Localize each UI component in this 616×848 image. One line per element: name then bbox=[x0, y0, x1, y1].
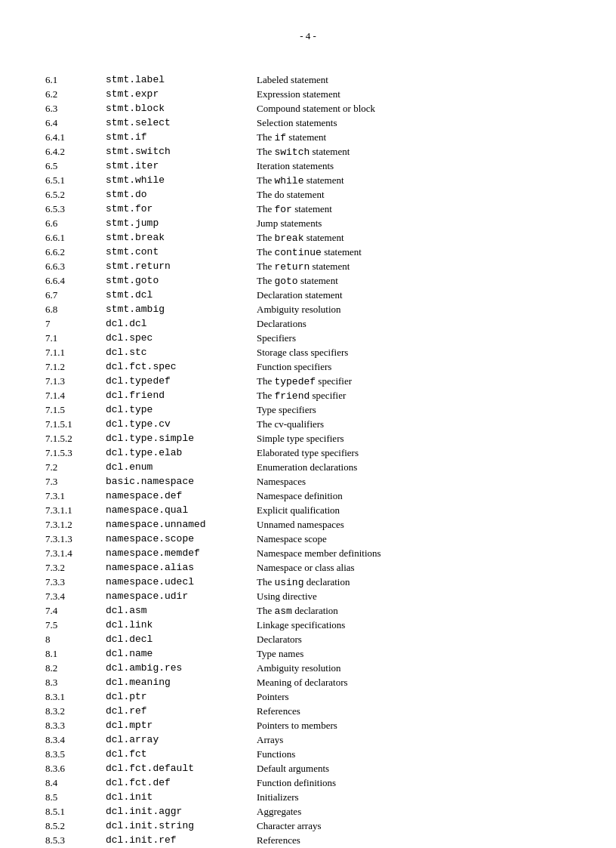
section-number: 7.3.1.1 bbox=[45, 503, 106, 517]
section-title: Pointers bbox=[257, 689, 571, 704]
section-title: Default arguments bbox=[257, 761, 571, 776]
section-ref: dcl.enum bbox=[106, 460, 257, 474]
section-number: 7.3.3 bbox=[45, 575, 106, 589]
section-title: Labeled statement bbox=[257, 72, 571, 87]
section-title: The do statement bbox=[257, 187, 571, 202]
section-number: 7.3 bbox=[45, 474, 106, 489]
table-row: 6.5stmt.iterIteration statements bbox=[45, 159, 571, 173]
section-number: 8.5.3 bbox=[45, 833, 106, 847]
table-row: 8.3.1dcl.ptrPointers bbox=[45, 689, 571, 704]
section-ref: dcl.ptr bbox=[106, 689, 257, 704]
section-ref: dcl.typedef bbox=[106, 374, 257, 388]
section-number: 6.3 bbox=[45, 101, 106, 116]
section-ref: namespace.udir bbox=[106, 589, 257, 603]
section-ref: dcl.init bbox=[106, 790, 257, 804]
inline-code: return bbox=[274, 261, 310, 273]
section-ref: dcl.array bbox=[106, 732, 257, 747]
table-row: 7.3.2namespace.aliasNamespace or class a… bbox=[45, 560, 571, 575]
section-number: 6.4 bbox=[45, 116, 106, 130]
section-number: 8.2 bbox=[45, 661, 106, 675]
section-title: References bbox=[257, 704, 571, 718]
section-ref: dcl.stc bbox=[106, 345, 257, 359]
section-ref: stmt.if bbox=[106, 130, 257, 144]
section-ref: stmt.while bbox=[106, 173, 257, 187]
table-row: 6.4.2stmt.switchThe switch statement bbox=[45, 144, 571, 159]
section-title: Ambiguity resolution bbox=[257, 661, 571, 675]
table-row: 7.1.5.1dcl.type.cvThe cv-qualifiers bbox=[45, 417, 571, 431]
section-number: 6.5.2 bbox=[45, 187, 106, 202]
table-row: 6.8stmt.ambigAmbiguity resolution bbox=[45, 302, 571, 316]
section-title: The using declaration bbox=[257, 575, 571, 589]
table-row: 8.5dcl.initInitializers bbox=[45, 790, 571, 804]
section-number: 7.4 bbox=[45, 603, 106, 618]
table-row: 8.3.2dcl.refReferences bbox=[45, 704, 571, 718]
section-number: 8.5.2 bbox=[45, 819, 106, 833]
inline-code: for bbox=[274, 204, 291, 215]
section-ref: dcl.link bbox=[106, 618, 257, 632]
section-number: 8 bbox=[45, 632, 106, 646]
inline-code: goto bbox=[274, 276, 297, 287]
section-title: Function definitions bbox=[257, 776, 571, 790]
section-title: Explicit qualification bbox=[257, 503, 571, 517]
section-number: 6.6.4 bbox=[45, 273, 106, 288]
section-ref: namespace.unnamed bbox=[106, 517, 257, 532]
table-row: 7.1dcl.specSpecifiers bbox=[45, 331, 571, 345]
table-row: 7.3.1.1namespace.qualExplicit qualificat… bbox=[45, 503, 571, 517]
section-title: Pointers to members bbox=[257, 718, 571, 732]
table-row: 8.1dcl.nameType names bbox=[45, 646, 571, 661]
section-ref: basic.namespace bbox=[106, 474, 257, 489]
table-row: 7.3.3namespace.udeclThe using declaratio… bbox=[45, 575, 571, 589]
section-title: Functions bbox=[257, 747, 571, 761]
table-row: 7.1.2dcl.fct.specFunction specifiers bbox=[45, 359, 571, 374]
section-number: 7.1 bbox=[45, 331, 106, 345]
section-title: Enumeration declarations bbox=[257, 460, 571, 474]
inline-code: typedef bbox=[274, 376, 316, 387]
table-row: 7.3.4namespace.udirUsing directive bbox=[45, 589, 571, 603]
section-number: 6.7 bbox=[45, 288, 106, 302]
table-row: 7.1.5dcl.typeType specifiers bbox=[45, 402, 571, 417]
inline-code: asm bbox=[274, 606, 291, 617]
section-number: 7.1.5.1 bbox=[45, 417, 106, 431]
section-number: 7.2 bbox=[45, 460, 106, 474]
table-row: 6.2stmt.exprExpression statement bbox=[45, 87, 571, 101]
section-number: 7.1.1 bbox=[45, 345, 106, 359]
section-number: 8.3.2 bbox=[45, 704, 106, 718]
table-row: 8.3dcl.meaningMeaning of declarators bbox=[45, 675, 571, 689]
section-number: 6.5.3 bbox=[45, 202, 106, 216]
toc-table: 6.1stmt.labelLabeled statement6.2stmt.ex… bbox=[45, 72, 571, 848]
section-title: Meaning of declarators bbox=[257, 675, 571, 689]
section-number: 6.6.1 bbox=[45, 230, 106, 245]
table-row: 7.5dcl.linkLinkage specifications bbox=[45, 618, 571, 632]
section-ref: dcl.fct.def bbox=[106, 776, 257, 790]
section-ref: stmt.jump bbox=[106, 216, 257, 230]
section-title: Type specifiers bbox=[257, 402, 571, 417]
section-title: Type names bbox=[257, 646, 571, 661]
section-number: 8.3.1 bbox=[45, 689, 106, 704]
section-number: 8.3.5 bbox=[45, 747, 106, 761]
section-number: 7.3.1.4 bbox=[45, 546, 106, 560]
section-number: 6.8 bbox=[45, 302, 106, 316]
section-title: The if statement bbox=[257, 130, 571, 144]
section-number: 7.3.1.3 bbox=[45, 532, 106, 546]
table-row: 6.4.1stmt.ifThe if statement bbox=[45, 130, 571, 144]
section-number: 8.5.1 bbox=[45, 804, 106, 819]
section-ref: dcl.type bbox=[106, 402, 257, 417]
section-ref: dcl.asm bbox=[106, 603, 257, 618]
section-number: 6.4.2 bbox=[45, 144, 106, 159]
table-row: 7.1.5.2dcl.type.simpleSimple type specif… bbox=[45, 431, 571, 446]
section-number: 7.1.3 bbox=[45, 374, 106, 388]
table-row: 8.5.3dcl.init.refReferences bbox=[45, 833, 571, 847]
table-row: 7.4dcl.asmThe asm declaration bbox=[45, 603, 571, 618]
section-title: Unnamed namespaces bbox=[257, 517, 571, 532]
section-ref: namespace.scope bbox=[106, 532, 257, 546]
section-number: 7.1.5.3 bbox=[45, 446, 106, 460]
table-row: 8.2dcl.ambig.resAmbiguity resolution bbox=[45, 661, 571, 675]
section-number: 7.5 bbox=[45, 618, 106, 632]
table-row: 7.3.1.2namespace.unnamedUnnamed namespac… bbox=[45, 517, 571, 532]
section-ref: dcl.type.cv bbox=[106, 417, 257, 431]
table-row: 7.1.5.3dcl.type.elabElaborated type spec… bbox=[45, 446, 571, 460]
table-row: 8.4dcl.fct.defFunction definitions bbox=[45, 776, 571, 790]
section-ref: dcl.type.simple bbox=[106, 431, 257, 446]
section-ref: stmt.expr bbox=[106, 87, 257, 101]
section-number: 6.2 bbox=[45, 87, 106, 101]
